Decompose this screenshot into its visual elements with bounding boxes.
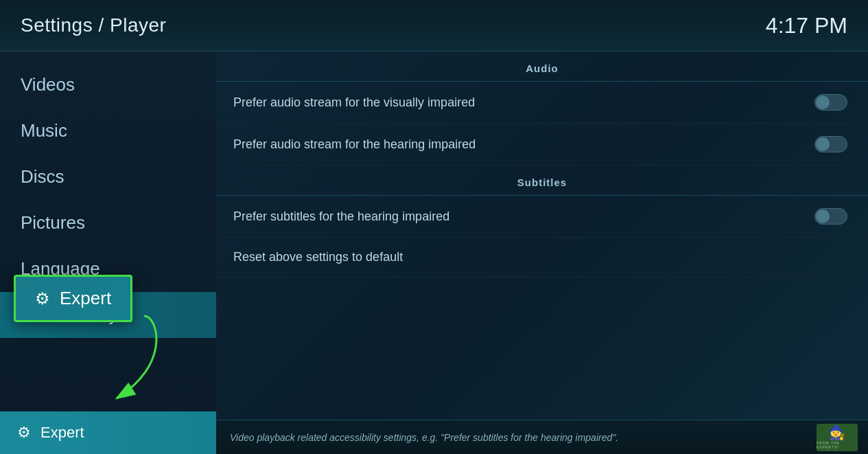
expert-popup-button[interactable]: ⚙ Expert	[14, 275, 132, 322]
toggle-prefer-subtitles-hearing[interactable]	[814, 208, 847, 225]
toggle-prefer-audio-visually[interactable]	[814, 94, 847, 111]
setting-label: Prefer audio stream for the hearing impa…	[233, 137, 476, 152]
sidebar-bottom: ⚙ Expert	[0, 411, 216, 454]
page-title: Settings / Player	[21, 14, 166, 36]
mascot-icon: 🧙	[828, 426, 847, 440]
setting-prefer-audio-visually[interactable]: Prefer audio stream for the visually imp…	[216, 82, 868, 124]
sidebar-expert-button[interactable]: ⚙ Expert	[0, 411, 216, 454]
section-header-subtitles: Subtitles	[216, 166, 868, 196]
header: Settings / Player 4:17 PM	[0, 0, 868, 52]
expert-label: Expert	[40, 424, 84, 442]
sidebar-item-discs[interactable]: Discs	[0, 154, 216, 200]
setting-reset-default[interactable]: Reset above settings to default	[216, 238, 868, 277]
sidebar-item-videos[interactable]: Videos	[0, 62, 216, 108]
logo-text: FROM THE EXPERTS!	[817, 441, 858, 449]
main-content: Audio Prefer audio stream for the visual…	[216, 52, 868, 420]
toggle-prefer-audio-hearing[interactable]	[814, 136, 847, 152]
expert-popup-label: Expert	[60, 288, 111, 309]
sidebar-item-music[interactable]: Music	[0, 108, 216, 154]
statusbar: Video playback related accessibility set…	[216, 420, 868, 454]
setting-label: Prefer subtitles for the hearing impaire…	[233, 209, 449, 224]
gear-icon: ⚙	[17, 424, 31, 442]
sidebar-item-pictures[interactable]: Pictures	[0, 200, 216, 246]
logo-badge: 🧙 FROM THE EXPERTS!	[817, 424, 858, 451]
setting-label: Prefer audio stream for the visually imp…	[233, 95, 475, 110]
section-header-audio: Audio	[216, 52, 868, 82]
gear-icon-popup: ⚙	[35, 289, 50, 308]
clock: 4:17 PM	[766, 13, 847, 38]
statusbar-text: Video playback related accessibility set…	[230, 432, 618, 443]
setting-prefer-subtitles-hearing[interactable]: Prefer subtitles for the hearing impaire…	[216, 196, 868, 238]
sidebar: Videos Music Discs Pictures Language Acc…	[0, 52, 216, 454]
setting-label: Reset above settings to default	[233, 250, 403, 264]
statusbar-logo: 🧙 FROM THE EXPERTS!	[803, 422, 858, 453]
setting-prefer-audio-hearing[interactable]: Prefer audio stream for the hearing impa…	[216, 124, 868, 166]
